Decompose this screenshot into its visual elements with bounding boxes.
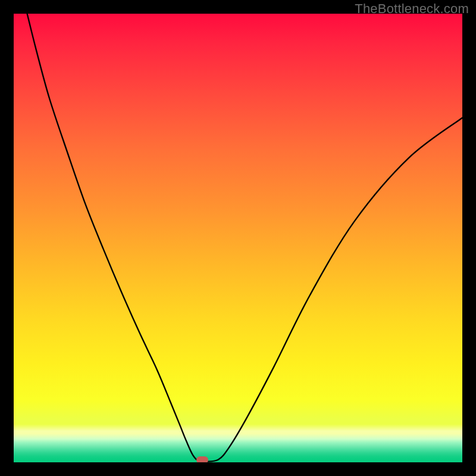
watermark-text: TheBottleneck.com [355, 1, 469, 17]
bottleneck-curve [14, 14, 462, 462]
plot-area [14, 14, 462, 462]
optimum-marker [196, 456, 208, 462]
chart-frame: TheBottleneck.com [0, 0, 476, 476]
